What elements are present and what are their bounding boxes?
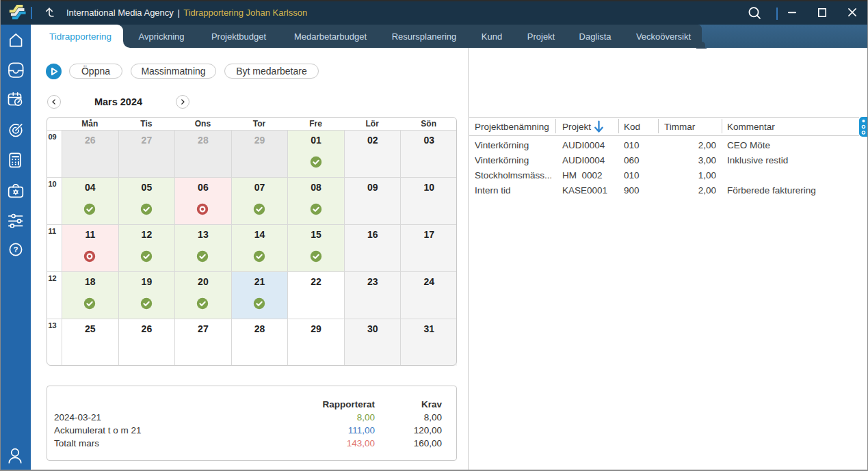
svg-text:?: ? — [13, 245, 18, 254]
